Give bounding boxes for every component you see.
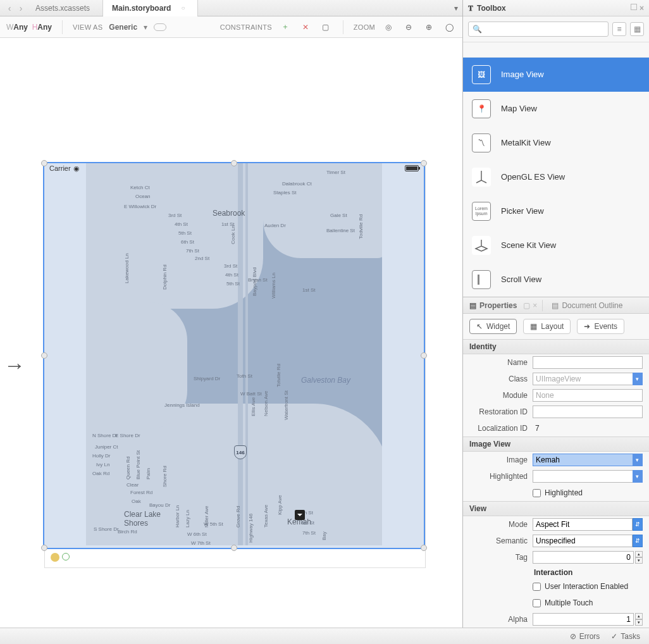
city-seabrook: Seabrook [213,209,245,218]
toolbox-item-metalkit-view[interactable]: 〽 MetalKit View [463,126,649,160]
mode-chevron-icon[interactable]: ⇵ [633,518,643,531]
statusbar-errors[interactable]: ⊘Errors [570,632,600,641]
zoom-fit-icon[interactable]: ◎ [381,20,395,34]
class-chevron-icon[interactable]: ▾ [633,373,643,385]
constraint-remove-icon[interactable]: ✕ [299,20,312,34]
zoom-in-icon[interactable]: ⊕ [422,20,436,34]
alpha-step-down[interactable]: ▾ [635,619,643,626]
toolbox-mode-grid-icon[interactable]: ▦ [630,22,644,36]
view-as-chevron-icon[interactable]: ▾ [144,23,147,32]
identity-name-input[interactable] [533,356,643,369]
toolbox-item-opengl-view[interactable]: OpenGL ES View [463,160,649,194]
carrier-label: Carrier [49,164,71,172]
identity-class-input[interactable] [533,373,633,385]
handle-tr[interactable] [421,160,427,166]
toolbox-search[interactable]: 🔍 [468,22,609,37]
battery-icon [405,165,419,171]
toolbox-search-input[interactable] [485,25,604,34]
tag-step-down[interactable]: ▾ [635,557,643,564]
toolbox-title: Toolbox [477,4,506,13]
handle-tl[interactable] [41,160,47,166]
section-identity: Identity [463,339,649,354]
semantic-select[interactable] [533,535,633,547]
handle-br[interactable] [421,545,427,551]
subtab-events[interactable]: ➜Events [577,319,624,334]
opengl-icon [472,168,491,187]
route-shield-icon: 146 [234,445,247,459]
toolbox-item-scenekit-view[interactable]: Scene Kit View [463,228,649,263]
identity-module-input [533,389,643,402]
constraints-label: CONSTRAINTS [220,23,272,31]
highlighted-checkbox[interactable]: Highlighted [533,486,643,500]
toolbox-item-image-view[interactable]: 🖼 Image View [463,58,649,92]
water-galveston: Galveston Bay [301,376,350,385]
embed-icon[interactable]: ▢ [319,20,333,34]
identity-localization-value: 7 [533,424,643,433]
document-outline-tab[interactable]: ▤ Document Outline [545,297,629,313]
image-chevron-icon[interactable]: ▾ [633,454,643,466]
handle-bl[interactable] [41,545,47,551]
metalkit-icon: 〽 [472,133,491,152]
imageview-selection[interactable]: Carrier ◉ Seabrook Galveston Bay Clear L… [44,163,424,548]
picker-icon: LoremIpsum [472,202,491,221]
subtab-widget[interactable]: ↖Widget [469,319,517,334]
alpha-input[interactable] [533,613,634,626]
mt-checkbox[interactable]: Multiple Touch [533,596,643,610]
pane-restore-icon[interactable] [631,4,637,10]
props-restore-icon[interactable]: ▢ [523,301,530,310]
props-close-icon[interactable]: × [533,301,537,310]
search-icon: 🔍 [473,25,482,34]
constraint-add-icon[interactable]: ＋ [278,20,292,34]
toolbox-item-scroll-view[interactable]: Scroll View [463,263,649,297]
toolbox-item-map-view[interactable]: 📍 Map View [463,92,649,126]
uie-checkbox[interactable]: User Interaction Enabled [533,579,643,593]
toolbox-item-picker-view[interactable]: LoremIpsum Picker View [463,194,649,228]
tab-storyboard[interactable]: Main.storyboard○ [103,0,198,16]
mode-select[interactable] [533,518,633,531]
toolbox-mode-list-icon[interactable]: ≡ [612,22,626,36]
entry-arrow-icon: → [4,353,25,378]
handle-bc[interactable] [231,545,237,551]
device-toggle-icon[interactable] [154,23,166,31]
events-icon: ➜ [584,322,590,331]
size-classes[interactable]: WAny HAny [6,23,52,32]
highlighted-chevron-icon[interactable]: ▾ [633,470,643,483]
tag-step-up[interactable]: ▴ [635,551,643,557]
handle-tc[interactable] [231,160,237,166]
section-image-view: Image View [463,437,649,452]
image-input[interactable] [533,454,633,466]
nav-fwd-icon[interactable]: › [15,3,27,13]
handle-mr[interactable] [421,352,427,359]
subtab-layout[interactable]: ▦Layout [523,319,571,334]
pane-close-icon[interactable]: × [640,4,644,13]
tab-menu-icon[interactable]: ▾ [450,4,462,13]
cursor-icon: ↖ [476,322,483,331]
handle-ml[interactable] [41,352,47,359]
section-view: View [463,501,649,516]
properties-tab[interactable]: ▤ Properties [463,297,523,313]
layout-icon: ▦ [530,322,537,331]
zoom-actual-icon[interactable]: ◯ [442,20,456,34]
view-as-value[interactable]: Generic [109,23,137,32]
canvas[interactable]: → Carrier ◉ Seabrook Galve [0,38,462,628]
tag-input[interactable] [533,551,634,564]
exit-dot-icon[interactable] [62,553,70,560]
identity-restoration-input[interactable] [533,406,643,418]
check-icon: ✓ [611,632,617,641]
alpha-step-up[interactable]: ▴ [635,613,643,619]
nav-back-icon[interactable]: ‹ [4,3,15,13]
error-icon: ⊘ [570,632,576,641]
tab-assets[interactable]: Assets.xcassets [27,0,103,16]
city-clearlake: Clear Lake Shores [124,510,175,528]
toolbox-item-prev[interactable] [463,42,649,58]
interaction-subhead: Interaction [463,566,649,578]
map-view-icon: 📍 [472,99,491,118]
view-as-label: VIEW AS [73,23,102,31]
map-marker-icon [295,510,305,520]
statusbar-tasks[interactable]: ✓Tasks [611,632,640,641]
semantic-chevron-icon[interactable]: ⇵ [633,535,643,547]
warning-dot-icon[interactable] [51,553,59,562]
highlighted-image-input[interactable] [533,470,633,483]
close-icon[interactable]: ○ [181,4,185,11]
zoom-out-icon[interactable]: ⊖ [402,20,416,34]
